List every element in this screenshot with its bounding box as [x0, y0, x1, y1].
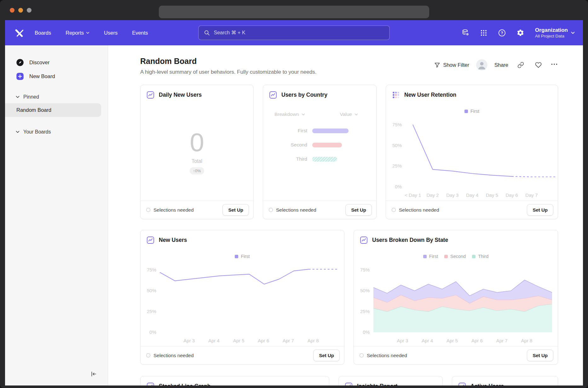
avatar[interactable] — [476, 59, 487, 71]
svg-text:Apr 8: Apr 8 — [308, 338, 319, 343]
chart-legend: First — [141, 248, 344, 260]
svg-text:Apr 3: Apr 3 — [183, 338, 195, 343]
nav-boards[interactable]: Boards — [35, 30, 51, 36]
filter-funnel-icon — [434, 62, 440, 68]
sidebar-your-boards-label: Your Boards — [23, 129, 51, 135]
status-circle-icon — [146, 353, 150, 357]
chevron-down-icon — [16, 131, 20, 133]
browser-window: Boards Reports Users Events — [0, 0, 588, 388]
line-chart-icon — [146, 236, 155, 244]
sidebar-item-new-board[interactable]: New Board — [5, 69, 108, 83]
traffic-light-maximize[interactable] — [27, 8, 32, 13]
retention-chart: 75%50%25%0%< Day 1Day 2Day 3Day 4Day 5Da… — [386, 115, 558, 201]
card-users-by-country: Users by Country Breakdown Value — [263, 85, 377, 219]
svg-text:0%: 0% — [149, 329, 156, 335]
svg-text:Day 2: Day 2 — [426, 192, 439, 198]
help-button[interactable]: ? — [497, 27, 507, 38]
nav-reports-label: Reports — [66, 30, 84, 36]
legend-swatch — [235, 255, 238, 258]
legend-swatch — [464, 110, 468, 113]
set-up-button[interactable]: Set Up — [527, 350, 553, 361]
chevron-down-icon — [86, 32, 89, 34]
bar-label: Second — [263, 142, 312, 148]
country-bars: First Second Third — [263, 128, 376, 162]
breakdown-dropdown[interactable]: Breakdown — [274, 111, 305, 117]
show-filter-button[interactable]: Show Filter — [434, 62, 469, 68]
search-input[interactable] — [214, 30, 384, 36]
line-chart-icon — [360, 236, 368, 244]
nav-events-label: Events — [132, 30, 148, 36]
set-up-button[interactable]: Set Up — [313, 350, 340, 361]
set-up-button[interactable]: Set Up — [222, 204, 249, 216]
state-area-chart: 75%50%25%0%Apr 3Apr 4Apr 5Apr 6Apr 7Apr … — [354, 260, 558, 346]
svg-text:Day 6: Day 6 — [506, 192, 518, 198]
window-titlebar — [0, 0, 588, 20]
svg-text:Day 3: Day 3 — [446, 192, 458, 198]
legend-entry: First — [423, 254, 438, 259]
more-options-button[interactable] — [551, 60, 558, 70]
sidebar-section-pinned[interactable]: Pinned — [5, 91, 108, 103]
retention-grid-icon — [392, 91, 400, 99]
legend-label: Second — [450, 254, 466, 259]
status-label: Selections needed — [399, 207, 439, 213]
data-management-button[interactable] — [460, 27, 471, 38]
heart-icon — [535, 62, 542, 68]
bar-row: Third — [263, 156, 376, 162]
sidebar-section-your-boards[interactable]: Your Boards — [5, 126, 108, 138]
set-up-button[interactable]: Set Up — [345, 204, 372, 216]
legend-label: First — [241, 254, 250, 259]
legend-entry: Second — [444, 254, 466, 259]
mixpanel-logo[interactable] — [14, 27, 25, 38]
help-icon: ? — [498, 29, 506, 37]
new-users-chart: 75%50%25%0%Apr 3Apr 4Apr 5Apr 6Apr 7Apr … — [141, 260, 344, 346]
apps-grid-button[interactable] — [478, 27, 489, 38]
svg-text:75%: 75% — [147, 267, 156, 272]
user-avatar-icon — [476, 59, 487, 71]
svg-text:25%: 25% — [392, 163, 402, 168]
link-icon — [517, 62, 524, 68]
status-circle-icon — [360, 353, 364, 357]
traffic-light-close[interactable] — [10, 8, 14, 13]
settings-button[interactable] — [515, 27, 526, 38]
share-button[interactable]: Share — [494, 62, 508, 68]
svg-text:50%: 50% — [360, 288, 370, 293]
line-chart-icon — [458, 382, 466, 385]
value-dropdown[interactable]: Value — [340, 111, 358, 117]
collapse-sidebar-button[interactable] — [89, 369, 98, 379]
nav-reports[interactable]: Reports — [66, 30, 89, 36]
card-new-user-retention: New User Retention First 75%50%25%0%< Da… — [386, 85, 558, 219]
nav-events[interactable]: Events — [132, 30, 148, 36]
sidebar-item-discover[interactable]: Discover — [5, 55, 108, 69]
svg-text:Apr 4: Apr 4 — [208, 338, 220, 343]
svg-text:0%: 0% — [363, 329, 370, 335]
svg-text:< Day 1: < Day 1 — [405, 192, 421, 198]
svg-text:75%: 75% — [360, 267, 370, 272]
legend-label: First — [470, 109, 479, 114]
status-label: Selections needed — [276, 207, 316, 213]
apps-grid-icon — [480, 29, 487, 37]
line-chart-icon — [146, 382, 155, 385]
search-bar[interactable] — [199, 26, 390, 40]
sidebar-item-random-board[interactable]: Random Board — [5, 103, 101, 117]
favorite-button[interactable] — [533, 60, 544, 70]
cards-row-1: Daily New Users 0 Total ↑0% — [140, 85, 558, 219]
top-nav: Boards Reports Users Events — [5, 20, 583, 45]
metric-value: 0 — [190, 129, 204, 155]
status-circle-icon — [146, 208, 150, 212]
nav-users[interactable]: Users — [104, 30, 118, 36]
copy-link-button[interactable] — [515, 60, 526, 70]
address-bar[interactable] — [159, 6, 429, 18]
svg-text:50%: 50% — [147, 288, 156, 293]
svg-text:0%: 0% — [395, 184, 402, 189]
svg-text:?: ? — [501, 31, 503, 35]
card-title: Stacked Line Graph — [159, 383, 210, 385]
legend-swatch — [472, 255, 476, 258]
org-switcher[interactable]: Organization All Project Data — [535, 27, 575, 39]
set-up-button[interactable]: Set Up — [527, 204, 553, 216]
cards-row-2: New Users First 75%50%25%0%Apr 3Apr 4Apr… — [140, 230, 558, 365]
card-title: New User Retention — [404, 92, 456, 98]
card-title: Active Users — [470, 383, 504, 385]
traffic-light-minimize[interactable] — [18, 8, 23, 13]
card-title: Users Broken Down By State — [372, 237, 448, 243]
compass-icon — [16, 58, 24, 67]
